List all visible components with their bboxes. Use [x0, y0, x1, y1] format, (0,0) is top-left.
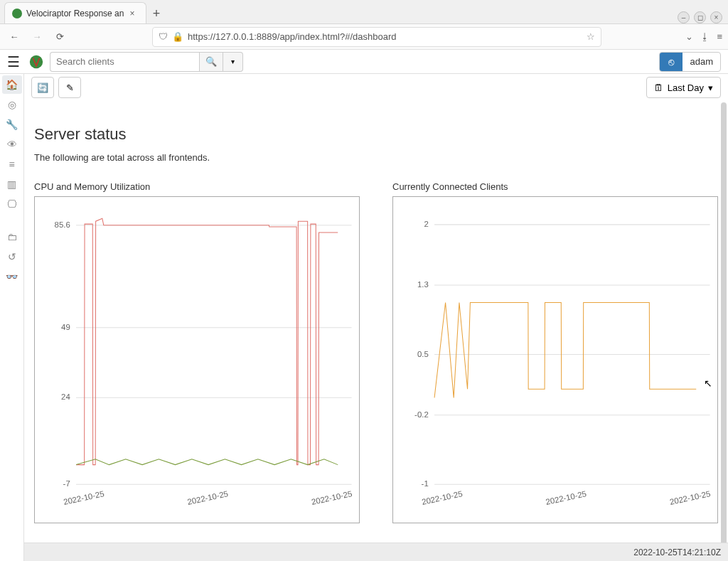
favicon — [12, 9, 22, 18]
svg-text:24: 24 — [61, 392, 70, 401]
time-range-label: Last Day — [668, 82, 704, 93]
svg-text:-0.2: -0.2 — [414, 410, 429, 419]
rail-item-binoculars[interactable]: 👓 — [2, 267, 22, 286]
rail-item-target[interactable]: ◎ — [2, 95, 22, 114]
window-maximize-button[interactable]: ◻ — [694, 11, 706, 23]
svg-text:2022-10-25: 2022-10-25 — [669, 489, 711, 506]
rail-item-tools[interactable]: 🔧 — [2, 115, 22, 134]
dashboard-content: 🔄 ✎ 🗓 Last Day ▾ Server status The follo… — [24, 74, 728, 561]
rail-item-view[interactable]: 👁 — [2, 135, 22, 154]
rail-item-monitor[interactable]: 🖵 — [2, 195, 22, 213]
url-text: https://127.0.0.1:8889/app/index.html?#/… — [188, 31, 396, 42]
svg-text:-1: -1 — [422, 479, 429, 488]
time-range-dropdown[interactable]: 🗓 Last Day ▾ — [646, 77, 721, 98]
svg-text:2022-10-25: 2022-10-25 — [63, 489, 105, 506]
search-icon: 🔍 — [205, 56, 217, 67]
new-tab-button[interactable]: + — [146, 4, 166, 23]
pencil-icon: ✎ — [66, 82, 74, 93]
shield-icon: 🛡 — [159, 31, 168, 42]
page-title: Server status — [34, 125, 718, 144]
browser-toolbar: ← → ⟳ 🛡 🔒 https://127.0.0.1:8889/app/ind… — [0, 24, 728, 50]
status-bar: 2022-10-25T14:21:10Z — [24, 543, 728, 561]
username-label: adam — [682, 56, 720, 67]
rail-item-folder[interactable]: 🗀 — [2, 228, 22, 246]
client-search-group: 🔍 ▾ — [50, 52, 243, 72]
bookmark-star-icon[interactable]: ☆ — [587, 31, 595, 42]
svg-text:49: 49 — [61, 323, 70, 331]
rail-item-book[interactable]: ▥ — [2, 175, 22, 193]
menu-icon[interactable]: ≡ — [717, 31, 722, 42]
edit-button[interactable]: ✎ — [58, 77, 81, 98]
rail-item-home[interactable]: 🏠 — [2, 75, 22, 94]
browser-tab[interactable]: Velociraptor Response an × — [4, 2, 146, 23]
forward-button[interactable]: → — [28, 28, 46, 46]
close-tab-icon[interactable]: × — [129, 9, 134, 18]
cpu-memory-chart: -7244985.62022-10-252022-10-252022-10-25 — [34, 196, 360, 523]
svg-text:2022-10-25: 2022-10-25 — [421, 489, 463, 506]
calendar-icon: 🗓 — [654, 82, 663, 93]
search-input[interactable] — [50, 52, 199, 72]
lock-icon: 🔒 — [172, 31, 183, 42]
address-bar[interactable]: 🛡 🔒 https://127.0.0.1:8889/app/index.htm… — [152, 27, 601, 47]
pocket-icon[interactable]: ⌄ — [685, 31, 693, 42]
page-subtitle: The following are total across all front… — [34, 152, 718, 163]
chevron-down-icon: ▾ — [708, 82, 713, 93]
download-icon[interactable]: ⭳ — [700, 31, 710, 42]
window-minimize-button[interactable]: – — [678, 11, 690, 23]
hamburger-icon[interactable]: ☰ — [7, 53, 20, 70]
back-button[interactable]: ← — [6, 28, 23, 46]
logout-icon: ⎋ — [660, 53, 682, 71]
refresh-button[interactable]: 🔄 — [31, 77, 54, 98]
vertical-scrollbar[interactable] — [721, 102, 727, 557]
reload-button[interactable]: ⟳ — [51, 28, 68, 46]
content-toolbar: 🔄 ✎ 🗓 Last Day ▾ — [24, 74, 728, 101]
tab-title: Velociraptor Response an — [26, 9, 124, 18]
svg-text:2022-10-25: 2022-10-25 — [187, 489, 229, 506]
refresh-icon: 🔄 — [37, 82, 48, 93]
chart-title-clients: Currently Connected Clients — [392, 181, 718, 192]
svg-text:85.6: 85.6 — [55, 220, 70, 229]
svg-text:0.5: 0.5 — [417, 350, 429, 358]
search-button[interactable]: 🔍 — [199, 52, 223, 72]
svg-text:2: 2 — [424, 220, 428, 228]
left-rail: 🏠◎🔧👁≡▥🖵🗀↺👓 — [0, 74, 24, 561]
svg-text:2022-10-25: 2022-10-25 — [545, 489, 587, 506]
rail-item-history[interactable]: ↺ — [2, 247, 22, 266]
user-menu[interactable]: ⎋ adam — [659, 52, 721, 72]
svg-text:-7: -7 — [63, 479, 70, 488]
rail-item-list[interactable]: ≡ — [2, 155, 22, 173]
velociraptor-logo — [28, 54, 44, 70]
status-timestamp: 2022-10-25T14:21:10Z — [633, 547, 721, 557]
svg-text:1.3: 1.3 — [417, 280, 429, 289]
app-header: ☰ 🔍 ▾ ⎋ adam — [0, 50, 728, 74]
chevron-down-icon: ▾ — [231, 58, 235, 65]
chart-title-cpu: CPU and Memory Utilization — [34, 181, 360, 192]
connected-clients-chart: -1-0.20.51.322022-10-252022-10-252022-10… — [392, 196, 718, 523]
search-dropdown-button[interactable]: ▾ — [223, 52, 243, 72]
window-close-button[interactable]: × — [710, 11, 722, 23]
svg-text:2022-10-25: 2022-10-25 — [311, 489, 353, 506]
browser-tab-strip: Velociraptor Response an × + – ◻ × — [0, 0, 728, 24]
